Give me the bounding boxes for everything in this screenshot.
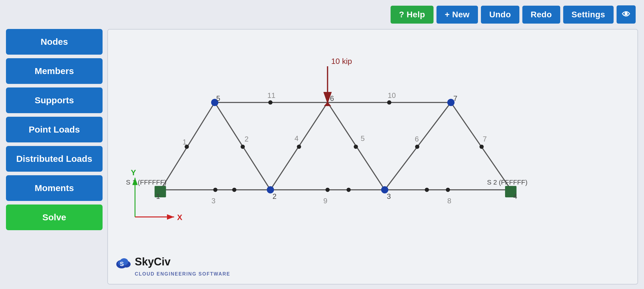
supports-button[interactable]: Supports [6, 87, 103, 113]
svg-point-21 [241, 144, 245, 149]
svg-point-17 [425, 188, 429, 192]
svg-text:4: 4 [295, 134, 298, 142]
settings-button[interactable]: Settings [563, 6, 614, 24]
nodes-button[interactable]: Nodes [6, 29, 103, 55]
eye-button[interactable]: 👁 [617, 5, 636, 24]
svg-point-24 [415, 144, 419, 149]
members-button[interactable]: Members [6, 58, 103, 84]
svg-text:2: 2 [273, 192, 276, 200]
new-button[interactable]: + New [436, 6, 478, 24]
svg-point-25 [479, 144, 484, 149]
redo-button[interactable]: Redo [522, 6, 560, 24]
svg-text:7: 7 [453, 94, 457, 102]
svg-point-14 [326, 188, 330, 192]
moments-button[interactable]: Moments [6, 175, 103, 201]
svg-point-19 [387, 100, 391, 104]
svg-point-23 [354, 144, 358, 149]
svg-text:3: 3 [387, 192, 391, 200]
svg-text:S 1 (FFFFFF): S 1 (FFFFFF) [126, 179, 167, 186]
svg-text:7: 7 [483, 135, 487, 143]
svg-text:6: 6 [415, 135, 419, 143]
svg-point-16 [446, 188, 450, 192]
skyciv-logo-text: SkyCiv [135, 256, 171, 268]
sidebar: Nodes Members Supports Point Loads Distr… [6, 29, 107, 285]
svg-text:X: X [177, 213, 182, 222]
svg-text:5: 5 [361, 134, 365, 142]
svg-text:10: 10 [388, 91, 396, 99]
svg-text:1: 1 [182, 138, 186, 146]
help-button[interactable]: ? Help [391, 6, 433, 24]
svg-text:10 kip: 10 kip [331, 57, 352, 66]
svg-point-22 [297, 144, 301, 149]
svg-point-15 [346, 188, 351, 192]
svg-text:9: 9 [323, 197, 327, 205]
svg-text:4: 4 [513, 192, 517, 200]
svg-text:2: 2 [244, 135, 248, 143]
toolbar: ? Help + New Undo Redo Settings 👁 [0, 0, 644, 29]
svg-text:6: 6 [330, 94, 334, 102]
svg-point-18 [268, 100, 273, 104]
distributed-loads-button[interactable]: Distributed Loads [6, 146, 103, 172]
svg-rect-0 [108, 30, 637, 283]
skyciv-logo-sub: CLOUD ENGINEERING SOFTWARE [135, 271, 230, 277]
svg-text:5: 5 [216, 94, 220, 102]
skyciv-logo-icon: S [115, 253, 133, 271]
main-layout: Nodes Members Supports Point Loads Distr… [0, 29, 644, 289]
svg-text:11: 11 [267, 91, 275, 99]
svg-text:Y: Y [131, 168, 136, 177]
svg-text:3: 3 [211, 197, 215, 205]
undo-button[interactable]: Undo [481, 6, 519, 24]
svg-text:1: 1 [156, 192, 160, 200]
svg-point-12 [213, 188, 217, 192]
svg-text:S: S [120, 261, 124, 267]
truss-canvas: 1 2 3 4 5 9 6 7 8 10 11 S 1 (FFFFFF) S 2… [108, 30, 637, 284]
point-loads-button[interactable]: Point Loads [6, 117, 103, 142]
canvas-area[interactable]: 1 2 3 4 5 9 6 7 8 10 11 S 1 (FFFFFF) S 2… [107, 29, 638, 285]
solve-button[interactable]: Solve [6, 205, 103, 230]
svg-text:8: 8 [447, 197, 451, 205]
svg-text:S 2 (FFFFFF): S 2 (FFFFFF) [487, 179, 527, 186]
skyciv-logo: S SkyCiv CLOUD ENGINEERING SOFTWARE [115, 253, 230, 277]
svg-point-13 [232, 188, 236, 192]
